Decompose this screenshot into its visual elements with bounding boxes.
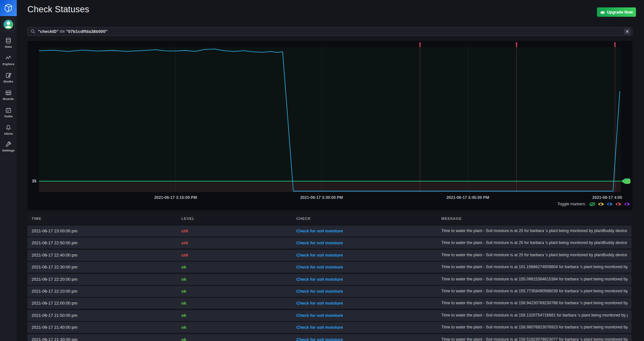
row-check-link[interactable]: Check for soil moisture — [296, 253, 343, 258]
user-avatar[interactable] — [2, 18, 15, 31]
sidebar-item-label: Tasks — [4, 114, 13, 118]
row-time: 2021-06-17 22:20:00 pm — [32, 277, 77, 282]
row-time: 2021-06-17 22:00:00 pm — [32, 301, 77, 306]
row-check-link[interactable]: Check for soil moisture — [296, 229, 343, 233]
gridlines — [176, 47, 468, 192]
toggle-markers-row: Toggle markers: — [530, 201, 630, 207]
row-time: 2021-06-17 22:10:00 pm — [32, 289, 77, 294]
row-message: Time to water the plant - Soil moisture … — [441, 301, 628, 305]
dashboard-grid-icon — [5, 90, 12, 96]
row-check-link[interactable]: Check for soil moisture — [296, 289, 343, 294]
crown-icon — [600, 10, 605, 14]
table-row: 2021-06-17 22:30:00 pmokCheck for soil m… — [27, 262, 631, 273]
row-level-badge: crit — [181, 229, 188, 233]
table-row: 2021-06-17 22:10:00 pmokCheck for soil m… — [27, 286, 631, 297]
column-header-check: CHECK — [296, 217, 311, 220]
status-table-header: TIME LEVEL CHECK MESSAGE — [27, 213, 632, 224]
sidebar-item-explore[interactable]: Explore — [0, 55, 17, 70]
chart-canvas — [27, 41, 632, 210]
check-status-chart: 35 2021-06-17 3:15:00 PM 2021-06-17 3:30… — [27, 41, 632, 210]
row-time: 2021-06-17 22:50:00 pm — [32, 240, 77, 245]
table-row: 2021-06-17 23:00:00 pmcritCheck for soil… — [27, 226, 631, 237]
sidebar-item-label: Books — [4, 80, 13, 83]
eye-icon-warn[interactable] — [624, 202, 630, 207]
nav-rail: Data Explore Books Boards — [0, 0, 17, 341]
search-icon — [31, 29, 35, 34]
row-message: Time to water the plant - Soil moisture … — [441, 253, 628, 257]
row-message: Time to water the plant - Soil moisture … — [441, 277, 628, 281]
eye-icon-info[interactable] — [598, 202, 604, 207]
row-level-badge: ok — [181, 277, 186, 282]
row-check-link[interactable]: Check for soil moisture — [296, 277, 343, 282]
pulse-graph-icon — [5, 55, 12, 61]
notebook-pencil-icon — [5, 72, 12, 79]
eye-icon-unknown[interactable] — [606, 202, 613, 207]
row-time: 2021-06-17 23:00:00 pm — [32, 229, 77, 233]
cube-logo-icon — [4, 3, 13, 13]
row-time: 2021-06-17 21:30:00 pm — [32, 337, 77, 341]
sidebar-item-data[interactable]: Data — [0, 37, 17, 52]
series-line — [39, 49, 620, 191]
table-row: 2021-06-17 21:50:00 pmokCheck for soil m… — [27, 310, 631, 321]
avatar-icon — [3, 19, 14, 30]
sidebar-item-books[interactable]: Books — [0, 72, 17, 87]
row-level-badge: ok — [181, 325, 186, 330]
x-axis-tick: 2021-06-17 3:30:00 PM — [291, 195, 352, 200]
row-level-badge: ok — [181, 289, 186, 294]
sidebar-item-label: Explore — [3, 62, 14, 66]
table-row: 2021-06-17 21:30:00 pmokCheck for soil m… — [27, 334, 631, 341]
row-level-badge: crit — [181, 253, 188, 258]
row-check-link[interactable]: Check for soil moisture — [296, 337, 343, 341]
app: Data Explore Books Boards — [0, 0, 644, 341]
calendar-icon — [5, 107, 12, 113]
eye-icon-crit[interactable] — [615, 202, 622, 207]
sidebar-item-tasks[interactable]: Tasks — [0, 107, 17, 122]
upgrade-now-label: Upgrade Now — [607, 10, 633, 15]
bell-icon — [5, 124, 12, 131]
influxdb-logo[interactable] — [0, 0, 17, 16]
x-axis-tick: 2021-06-17 4:00 — [561, 195, 622, 200]
row-level-badge: ok — [181, 337, 186, 341]
column-header-message: MESSAGE — [441, 217, 462, 220]
table-row: 2021-06-17 22:50:00 pmcritCheck for soil… — [27, 238, 631, 248]
database-icon — [5, 37, 12, 44]
row-message: Time to water the plant - Soil moisture … — [441, 229, 628, 233]
sidebar-item-label: Alerts — [4, 132, 13, 135]
row-time: 2021-06-17 21:40:00 pm — [32, 325, 77, 330]
row-time: 2021-06-17 21:50:00 pm — [32, 313, 77, 318]
row-check-link[interactable]: Check for soil moisture — [296, 240, 343, 245]
search-clear-button[interactable]: ✕ — [624, 28, 630, 35]
search-input[interactable] — [38, 29, 624, 34]
upgrade-now-button[interactable]: Upgrade Now — [597, 7, 636, 17]
y-axis-tick: 35 — [27, 179, 36, 183]
eye-off-icon-ok[interactable] — [589, 202, 596, 207]
column-header-time: TIME — [32, 217, 42, 220]
row-message: Time to water the plant - Soil moisture … — [441, 325, 628, 329]
row-level-badge: ok — [181, 301, 186, 306]
row-check-link[interactable]: Check for soil moisture — [296, 325, 343, 330]
table-row: 2021-06-17 22:20:00 pmokCheck for soil m… — [27, 274, 631, 285]
row-time: 2021-06-17 22:30:00 pm — [32, 265, 77, 269]
row-time: 2021-06-17 22:40:00 pm — [32, 253, 77, 258]
sidebar-item-boards[interactable]: Boards — [0, 90, 17, 104]
sidebar-item-settings[interactable]: Settings — [0, 141, 17, 156]
page-title: Check Statuses — [27, 5, 89, 15]
toggle-markers-label: Toggle markers: — [557, 202, 586, 206]
sidebar-item-alerts[interactable]: Alerts — [0, 124, 17, 139]
row-message: Time to water the plant - Soil moisture … — [441, 337, 628, 341]
x-axis-tick: 2021-06-17 3:45:00 PM — [437, 195, 498, 200]
sidebar-item-label: Settings — [2, 149, 14, 152]
row-check-link[interactable]: Check for soil moisture — [296, 313, 343, 318]
row-level-badge: crit — [181, 240, 188, 245]
row-message: Time to water the plant - Soil moisture … — [441, 313, 628, 317]
row-message: Time to water the plant - Soil moisture … — [441, 289, 628, 293]
below-threshold-band — [39, 181, 621, 192]
search-bar: ✕ — [27, 27, 632, 36]
threshold-drag-handle[interactable] — [621, 179, 630, 184]
row-check-link[interactable]: Check for soil moisture — [296, 265, 343, 269]
row-message: Time to water the plant - Soil moisture … — [441, 240, 628, 245]
sidebar-item-label: Boards — [3, 97, 14, 101]
row-message: Time to water the plant - Soil moisture … — [441, 265, 628, 269]
row-check-link[interactable]: Check for soil moisture — [296, 301, 343, 306]
wrench-icon — [5, 141, 12, 148]
